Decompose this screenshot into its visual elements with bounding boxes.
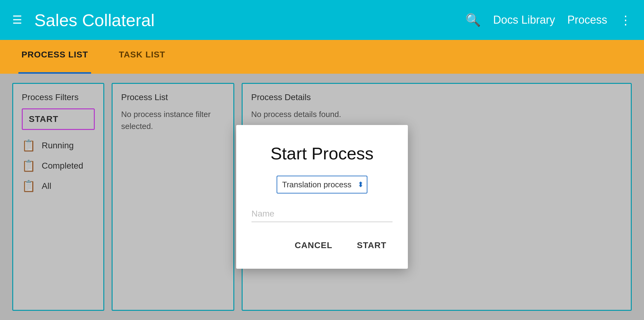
app-header: ☰ Sales Collateral 🔍 Docs Library Proces…: [0, 0, 644, 40]
tab-bar: PROCESS LIST TASK LIST: [0, 40, 644, 74]
process-select[interactable]: Translation process Review process Appro…: [277, 176, 367, 193]
process-select-container: Translation process Review process Appro…: [277, 176, 367, 193]
name-input[interactable]: [251, 206, 393, 222]
main-content: Process Filters START 📋 Running 📋 Comple…: [0, 74, 644, 320]
more-options-icon[interactable]: ⋮: [619, 13, 632, 27]
cancel-button[interactable]: CANCEL: [289, 237, 339, 253]
app-title: Sales Collateral: [34, 10, 453, 30]
dialog-start-button[interactable]: START: [351, 237, 393, 253]
search-icon[interactable]: 🔍: [466, 13, 481, 27]
dialog-actions: CANCEL START: [251, 234, 393, 253]
start-process-dialog: Start Process Translation process Review…: [236, 125, 408, 269]
docs-library-link[interactable]: Docs Library: [493, 14, 555, 26]
tab-task-list[interactable]: TASK LIST: [116, 40, 168, 74]
dialog-overlay: Start Process Translation process Review…: [0, 74, 644, 320]
process-link[interactable]: Process: [567, 14, 607, 26]
process-select-wrapper: Translation process Review process Appro…: [251, 176, 393, 193]
dialog-title: Start Process: [251, 143, 393, 163]
menu-icon[interactable]: ☰: [12, 14, 22, 26]
tab-process-list[interactable]: PROCESS LIST: [18, 40, 91, 74]
